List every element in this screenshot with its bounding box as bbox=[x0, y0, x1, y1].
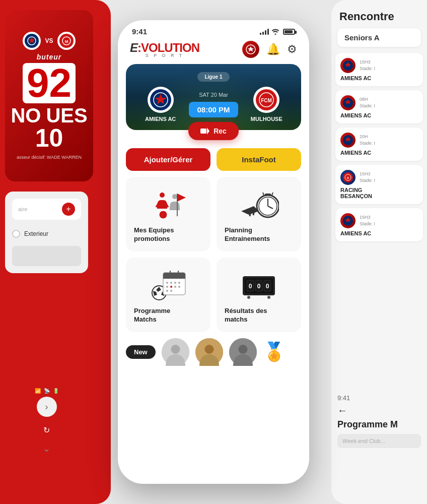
empty-bar bbox=[12, 246, 81, 266]
svg-text:0: 0 bbox=[257, 283, 261, 290]
league-badge: Ligue 1 bbox=[197, 72, 229, 82]
week-end-input[interactable]: Week-end Club... bbox=[337, 434, 421, 448]
app-logo: E:VOLUTION S P O R T bbox=[130, 41, 199, 58]
rec-button-container: Rec bbox=[118, 122, 309, 140]
left-match-card: VS M buteur 92 NO UES 10 asseur décisif:… bbox=[5, 10, 93, 181]
goal-number: 92 bbox=[23, 63, 76, 103]
player-no: NO bbox=[11, 105, 41, 125]
svg-text:M: M bbox=[64, 39, 68, 44]
match-team-name-2: AMIENS AC bbox=[340, 112, 418, 118]
match-time-2: 08H bbox=[360, 96, 375, 103]
chevron-down-icon[interactable]: ⌄ bbox=[43, 443, 50, 454]
add-button[interactable]: + bbox=[62, 203, 75, 216]
radio-circle bbox=[12, 230, 20, 238]
match-center: SAT 20 Mar 08:00 PM bbox=[187, 92, 240, 117]
instafoot-button[interactable]: InstaFoot bbox=[217, 148, 301, 171]
action-buttons: Ajouter/Gérer InstaFoot bbox=[118, 144, 309, 175]
home-team-logo-left bbox=[23, 32, 41, 50]
match-list-item-1[interactable]: 15H3 Stade: I AMIENS AC bbox=[335, 53, 423, 86]
equipes-icon-area bbox=[134, 187, 202, 222]
svg-point-62 bbox=[204, 345, 214, 354]
programme-label: ProgrammeMatchs bbox=[134, 307, 170, 324]
battery-icon bbox=[283, 29, 295, 35]
refresh-button[interactable]: ↻ bbox=[37, 420, 57, 440]
svg-text:0: 0 bbox=[249, 283, 252, 290]
svg-point-42 bbox=[178, 282, 180, 284]
match-time-1: 15H3 bbox=[360, 59, 375, 66]
match-team-name-1: AMIENS AC bbox=[340, 75, 418, 81]
notification-icon[interactable]: 🔔 bbox=[266, 43, 280, 56]
match-list-item-3[interactable]: 20H Stade: I AMIENS AC bbox=[335, 128, 423, 161]
resultats-icon-area: 0 0 0 bbox=[225, 268, 293, 303]
match-list-item-5[interactable]: 15H3 Stade: I AMIENS AC bbox=[335, 208, 423, 241]
left-status-bar: 📶 📡 🔋 bbox=[35, 388, 59, 394]
player-ues: UES bbox=[46, 105, 87, 125]
nav-arrow-button[interactable]: › bbox=[37, 397, 57, 417]
medal-icon: 🏅 bbox=[263, 341, 286, 362]
rencontre-title: Rencontre bbox=[331, 0, 427, 28]
battery-fill bbox=[284, 30, 293, 33]
svg-point-40 bbox=[170, 282, 172, 284]
rec-label: Rec bbox=[214, 127, 227, 135]
user-avatar[interactable] bbox=[242, 41, 259, 58]
grid-item-programme[interactable]: ProgrammeMatchs bbox=[126, 258, 210, 332]
svg-rect-14 bbox=[200, 129, 206, 134]
svg-point-46 bbox=[178, 286, 180, 288]
exterior-option[interactable]: Exterieur bbox=[12, 226, 81, 242]
avatar-3 bbox=[229, 338, 257, 366]
assist-label: asseur décisif: WADE WARREN bbox=[17, 155, 82, 160]
grid-item-planning[interactable]: PlanningEntrainements bbox=[217, 177, 301, 251]
match-venue-5: Stade: I bbox=[360, 221, 375, 227]
status-icons bbox=[260, 29, 295, 35]
match-item-info-1: 15H3 Stade: I bbox=[360, 59, 375, 72]
svg-point-48 bbox=[170, 290, 172, 292]
svg-rect-36 bbox=[163, 277, 185, 279]
match-list-item-4[interactable]: R 15H3 Stade: I RACINGBESANÇON bbox=[335, 165, 423, 204]
app-header: E:VOLUTION S P O R T 🔔 ⚙ bbox=[118, 36, 309, 64]
match-banner[interactable]: Ligue 1 AMIENS AC SAT 20 Mar 08:00 PM bbox=[126, 64, 301, 130]
vs-label: VS bbox=[45, 37, 53, 44]
player-10: 10 bbox=[35, 125, 63, 151]
team-logos: VS M bbox=[23, 32, 75, 50]
svg-point-58 bbox=[267, 296, 270, 299]
match-team-name-3: AMIENS AC bbox=[340, 150, 418, 156]
ajouter-button[interactable]: Ajouter/Gérer bbox=[126, 148, 210, 171]
match-item-top-3: 20H Stade: I bbox=[340, 133, 418, 148]
rec-button[interactable]: Rec bbox=[188, 122, 239, 140]
search-bar: aire + bbox=[12, 199, 81, 220]
back-button[interactable]: ← bbox=[337, 405, 421, 416]
svg-point-47 bbox=[166, 290, 168, 292]
settings-icon[interactable]: ⚙ bbox=[287, 43, 297, 56]
status-time: 9:41 bbox=[132, 27, 147, 36]
match-logo-4: R bbox=[340, 170, 355, 185]
svg-text:R: R bbox=[347, 176, 349, 179]
match-item-info-3: 20H Stade: I bbox=[360, 134, 375, 146]
signal-icon: 📶 bbox=[35, 388, 41, 394]
match-logo-2 bbox=[340, 95, 355, 110]
battery-icon-left: 🔋 bbox=[53, 388, 59, 394]
match-logo-1 bbox=[340, 58, 355, 73]
grid-menu: Mes Equipespromotions bbox=[118, 175, 309, 334]
svg-point-41 bbox=[174, 282, 176, 284]
match-teams: AMIENS AC SAT 20 Mar 08:00 PM FCM MULHOU… bbox=[134, 87, 293, 122]
match-list-item-2[interactable]: 08H Stade: I AMIENS AC bbox=[335, 90, 423, 123]
match-item-top-4: R 15H3 Stade: I bbox=[340, 170, 418, 185]
svg-point-20 bbox=[159, 211, 167, 219]
svg-point-16 bbox=[160, 193, 165, 198]
avatar-2 bbox=[195, 338, 223, 366]
match-venue-4: Stade: I bbox=[360, 177, 375, 184]
match-time-3: 20H bbox=[360, 134, 375, 140]
grid-item-equipes[interactable]: Mes Equipespromotions bbox=[126, 177, 210, 251]
svg-text:0: 0 bbox=[266, 283, 269, 290]
category-input[interactable]: Seniors A bbox=[337, 28, 421, 47]
resultats-label: Résultats desmatchs bbox=[225, 307, 267, 324]
programme-matchs-title: Programme M bbox=[337, 419, 421, 430]
team-icon bbox=[148, 188, 188, 221]
grid-item-resultats[interactable]: 0 0 0 Résultats desmatchs bbox=[217, 258, 301, 332]
svg-line-28 bbox=[263, 193, 264, 195]
signal-bar-1 bbox=[260, 33, 261, 35]
match-item-info-5: 15H3 Stade: I bbox=[360, 214, 375, 227]
logo-e: E bbox=[130, 41, 137, 54]
left-search-panel: aire + Exterieur bbox=[5, 192, 88, 273]
svg-point-39 bbox=[166, 282, 168, 284]
